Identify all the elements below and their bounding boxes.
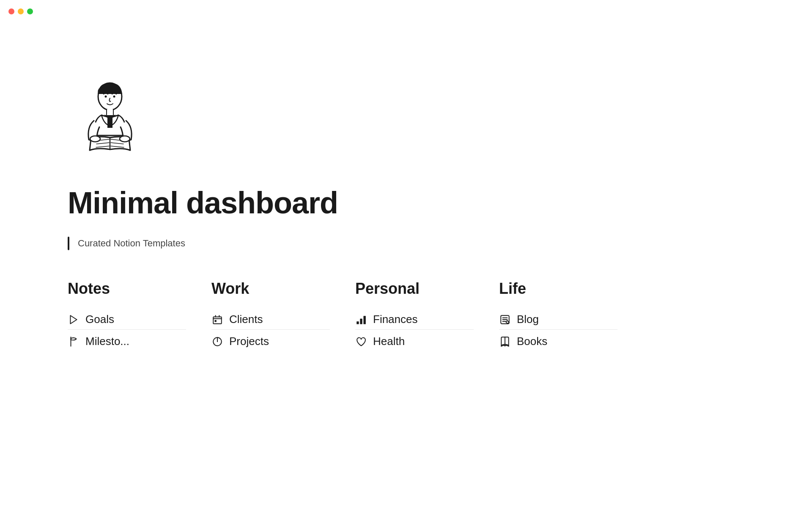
projects-icon	[211, 336, 223, 348]
clients-icon	[211, 314, 223, 326]
goals-label: Goals	[85, 313, 114, 326]
svg-rect-3	[107, 109, 113, 115]
dashboard-grid: Notes Goals Milesto...	[68, 280, 812, 353]
goal-icon	[68, 314, 80, 326]
finances-icon	[355, 314, 367, 326]
finances-item[interactable]: Finances	[355, 309, 474, 330]
milestone-icon	[68, 336, 80, 348]
life-column: Life Blog	[499, 280, 617, 353]
personal-column-title: Personal	[355, 280, 474, 298]
work-column-title: Work	[211, 280, 330, 298]
subtitle-text: Curated Notion Templates	[78, 238, 185, 249]
svg-rect-22	[357, 321, 359, 324]
projects-label: Projects	[229, 335, 269, 348]
books-label: Books	[517, 335, 547, 348]
clients-item[interactable]: Clients	[211, 309, 330, 330]
close-button[interactable]	[8, 8, 14, 14]
health-label: Health	[373, 335, 405, 348]
milestone-item[interactable]: Milesto...	[68, 331, 186, 351]
svg-rect-24	[363, 316, 365, 324]
clients-label: Clients	[229, 313, 263, 326]
svg-rect-18	[215, 320, 217, 322]
goals-item[interactable]: Goals	[68, 309, 186, 330]
notes-column: Notes Goals Milesto...	[68, 280, 186, 353]
notes-column-title: Notes	[68, 280, 186, 298]
subtitle-bar	[68, 237, 69, 250]
health-item[interactable]: Health	[355, 331, 474, 351]
blog-icon	[499, 314, 511, 326]
blog-label: Blog	[517, 313, 539, 326]
svg-point-15	[120, 136, 130, 142]
blog-item[interactable]: Blog	[499, 309, 617, 330]
traffic-lights	[8, 8, 33, 14]
health-icon	[355, 336, 367, 348]
svg-point-2	[113, 96, 115, 98]
minimize-button[interactable]	[18, 8, 24, 14]
svg-rect-17	[213, 317, 222, 323]
work-column: Work Clients	[211, 280, 330, 353]
personal-column: Personal Finances Health	[355, 280, 474, 353]
svg-rect-23	[360, 319, 362, 324]
life-column-title: Life	[499, 280, 617, 298]
milestone-label: Milesto...	[85, 335, 129, 348]
page-illustration	[68, 76, 152, 161]
books-icon	[499, 336, 511, 348]
projects-item[interactable]: Projects	[211, 331, 330, 351]
svg-marker-16	[70, 315, 77, 324]
subtitle-container: Curated Notion Templates	[68, 237, 812, 250]
svg-point-14	[90, 136, 100, 142]
svg-rect-6	[107, 115, 112, 128]
svg-point-1	[105, 96, 107, 98]
main-content: Minimal dashboard Curated Notion Templat…	[0, 0, 812, 353]
maximize-button[interactable]	[27, 8, 33, 14]
page-title: Minimal dashboard	[68, 186, 812, 220]
books-item[interactable]: Books	[499, 331, 617, 351]
finances-label: Finances	[373, 313, 418, 326]
